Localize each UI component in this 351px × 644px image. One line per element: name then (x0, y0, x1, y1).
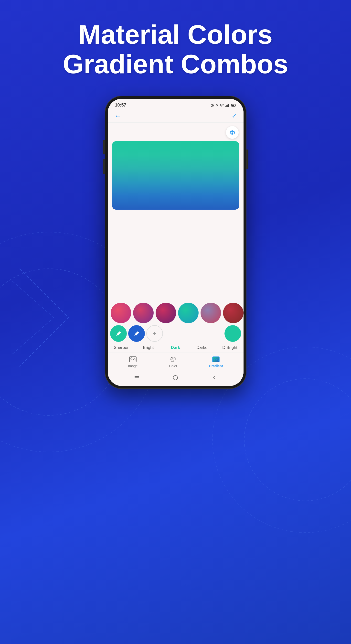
phone-screen: 10:57 (108, 99, 244, 386)
status-bar: 10:57 (108, 99, 244, 110)
pencil-icon-2 (133, 330, 140, 337)
mode-tab-dark[interactable]: Dark (162, 344, 189, 351)
gradient-icon (212, 356, 220, 363)
confirm-button[interactable]: ✓ (232, 113, 237, 120)
title-line2: Gradient Combos (63, 49, 288, 79)
add-preset-button[interactable]: + (146, 325, 163, 342)
svg-rect-18 (134, 331, 139, 336)
svg-rect-24 (212, 357, 219, 362)
pencil-icon-1 (115, 330, 122, 337)
back-button[interactable]: ← (114, 112, 122, 120)
svg-rect-15 (236, 104, 236, 106)
status-icons (210, 104, 236, 107)
swatch-6[interactable] (223, 303, 244, 323)
swatch-2[interactable] (133, 303, 154, 323)
nav-item-color[interactable]: Color (169, 356, 178, 368)
android-nav-bar (108, 372, 244, 386)
svg-point-23 (174, 358, 174, 359)
svg-point-9 (221, 106, 222, 107)
svg-line-7 (211, 104, 211, 104)
image-icon (128, 356, 137, 363)
swatches-row (108, 303, 244, 323)
svg-rect-10 (226, 106, 226, 107)
svg-rect-12 (228, 104, 228, 107)
nav-item-gradient[interactable]: Gradient (209, 356, 223, 368)
mode-tab-sharper[interactable]: Sharper (108, 344, 135, 351)
preset-dot[interactable] (224, 325, 241, 342)
svg-point-22 (172, 358, 173, 359)
mode-tab-dbright[interactable]: D.Bright (216, 344, 243, 351)
svg-rect-31 (173, 376, 178, 380)
title-line1: Material Colors (63, 20, 288, 49)
nav-label-gradient: Gradient (209, 364, 223, 368)
mode-tabs-row: Sharper Bright Dark Darker D.Bright (108, 343, 244, 352)
bluetooth-icon (216, 104, 218, 107)
swatch-4[interactable] (178, 303, 198, 323)
svg-line-8 (213, 104, 214, 104)
swatch-1[interactable] (111, 303, 131, 323)
svg-rect-17 (116, 331, 121, 336)
swatch-3[interactable] (156, 303, 176, 323)
svg-rect-16 (232, 104, 234, 106)
mode-tab-darker[interactable]: Darker (189, 344, 216, 351)
svg-rect-11 (226, 105, 227, 107)
battery-icon (231, 104, 236, 107)
android-back-button[interactable] (211, 374, 218, 381)
wifi-icon (220, 104, 224, 107)
color-icon (169, 356, 178, 363)
swatch-5[interactable] (200, 303, 221, 323)
svg-rect-19 (130, 357, 136, 362)
edit-preset-2[interactable] (128, 325, 145, 342)
header-title: Material Colors Gradient Combos (48, 0, 303, 91)
content-spacer (108, 212, 244, 303)
nav-label-image: Image (128, 364, 138, 368)
signal-icon (226, 104, 230, 107)
alarm-icon (210, 104, 214, 107)
nav-item-image[interactable]: Image (128, 356, 138, 368)
layers-area (108, 123, 244, 141)
bottom-nav: Image Color (108, 352, 244, 372)
top-nav-bar: ← ✓ (108, 110, 244, 123)
svg-point-0 (0, 269, 122, 415)
layers-icon (229, 129, 236, 136)
nav-label-color: Color (169, 364, 177, 368)
mode-tab-bright[interactable]: Bright (135, 344, 162, 351)
svg-line-6 (212, 106, 213, 106)
phone-mockup: 10:57 (105, 96, 246, 389)
edit-preset-1[interactable] (110, 325, 127, 342)
android-home-button[interactable] (172, 374, 179, 381)
phone-outer-frame: 10:57 (105, 96, 246, 389)
svg-point-21 (172, 359, 172, 360)
svg-point-2 (244, 379, 351, 501)
svg-rect-13 (228, 104, 229, 107)
layers-button[interactable] (226, 126, 239, 139)
android-menu-button[interactable] (133, 374, 140, 381)
gradient-preview (112, 141, 239, 210)
status-time: 10:57 (115, 102, 126, 108)
presets-row: + (108, 324, 244, 343)
